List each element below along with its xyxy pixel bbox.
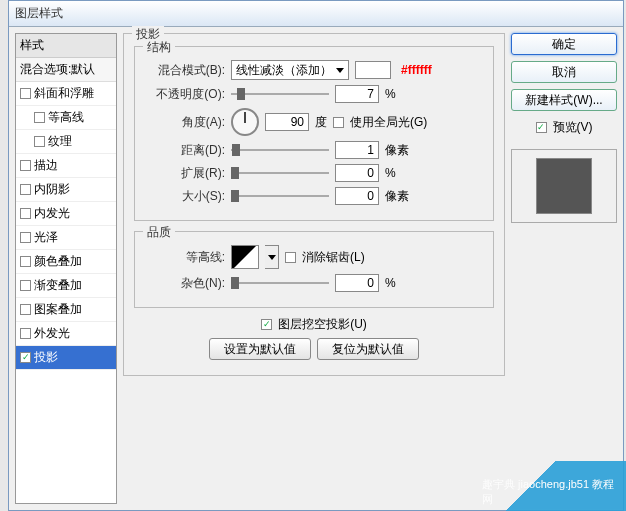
style-checkbox[interactable]	[20, 88, 31, 99]
sidebar-item-label: 颜色叠加	[34, 253, 82, 270]
spread-label: 扩展(R):	[145, 165, 225, 182]
titlebar[interactable]: 图层样式	[9, 1, 623, 27]
sidebar-item-label: 渐变叠加	[34, 277, 82, 294]
px-unit: 像素	[385, 142, 409, 159]
sidebar-item-label: 外发光	[34, 325, 70, 342]
structure-group: 结构 混合模式(B): 线性减淡（添加） #ffffff 不透明度(O):	[134, 46, 494, 221]
sidebar-item-label: 描边	[34, 157, 58, 174]
style-checkbox[interactable]	[20, 232, 31, 243]
angle-dial[interactable]	[231, 108, 259, 136]
make-default-button[interactable]: 设置为默认值	[209, 338, 311, 360]
size-input[interactable]: 0	[335, 187, 379, 205]
chevron-down-icon	[268, 255, 276, 260]
preview-swatch	[536, 158, 592, 214]
style-checkbox[interactable]	[20, 160, 31, 171]
opacity-label: 不透明度(O):	[145, 86, 225, 103]
drop-shadow-group: 投影 结构 混合模式(B): 线性减淡（添加） #ffffff 不透明度(O):	[123, 33, 505, 376]
blend-mode-label: 混合模式(B):	[145, 62, 225, 79]
style-checkbox[interactable]	[20, 304, 31, 315]
style-checkbox[interactable]	[20, 280, 31, 291]
distance-label: 距离(D):	[145, 142, 225, 159]
blend-mode-select[interactable]: 线性减淡（添加）	[231, 60, 349, 80]
style-list: 样式 混合选项:默认 斜面和浮雕等高线纹理描边内阴影内发光光泽颜色叠加渐变叠加图…	[15, 33, 117, 504]
sidebar-item-label: 等高线	[48, 109, 84, 126]
noise-slider[interactable]	[231, 276, 329, 290]
contour-label: 等高线:	[145, 249, 225, 266]
window-title: 图层样式	[15, 5, 63, 22]
angle-input[interactable]: 90	[265, 113, 309, 131]
sidebar-item-label: 斜面和浮雕	[34, 85, 94, 102]
sidebar-item-label: 投影	[34, 349, 58, 366]
cancel-button[interactable]: 取消	[511, 61, 617, 83]
watermark: 趣宇典 jiaocheng.jb51 教程 网	[476, 461, 626, 511]
blend-mode-value: 线性减淡（添加）	[236, 62, 332, 79]
ok-button[interactable]: 确定	[511, 33, 617, 55]
style-list-header: 样式	[16, 34, 116, 58]
preview-label: 预览(V)	[553, 119, 593, 136]
distance-input[interactable]: 1	[335, 141, 379, 159]
sidebar-item[interactable]: 外发光	[16, 322, 116, 346]
angle-label: 角度(A):	[145, 114, 225, 131]
px-unit: 像素	[385, 188, 409, 205]
opacity-input[interactable]: 7	[335, 85, 379, 103]
contour-dropdown[interactable]	[265, 245, 279, 269]
knockout-checkbox[interactable]	[261, 319, 272, 330]
dialog-window: 图层样式 样式 混合选项:默认 斜面和浮雕等高线纹理描边内阴影内发光光泽颜色叠加…	[8, 0, 624, 511]
style-checkbox[interactable]	[34, 136, 45, 147]
knockout-label: 图层挖空投影(U)	[278, 316, 367, 333]
sidebar-item[interactable]: 描边	[16, 154, 116, 178]
sidebar-item[interactable]: 纹理	[16, 130, 116, 154]
percent-unit: %	[385, 87, 396, 101]
style-checkbox[interactable]	[34, 112, 45, 123]
antialias-checkbox[interactable]	[285, 252, 296, 263]
structure-title: 结构	[143, 39, 175, 56]
quality-title: 品质	[143, 224, 175, 241]
spread-slider[interactable]	[231, 166, 329, 180]
antialias-label: 消除锯齿(L)	[302, 249, 365, 266]
sidebar-item[interactable]: 内阴影	[16, 178, 116, 202]
sidebar-item[interactable]: 图案叠加	[16, 298, 116, 322]
sidebar-item[interactable]: 渐变叠加	[16, 274, 116, 298]
global-light-label: 使用全局光(G)	[350, 114, 427, 131]
global-light-checkbox[interactable]	[333, 117, 344, 128]
noise-label: 杂色(N):	[145, 275, 225, 292]
percent-unit: %	[385, 276, 396, 290]
reset-default-button[interactable]: 复位为默认值	[317, 338, 419, 360]
sidebar-item-label: 内阴影	[34, 181, 70, 198]
sidebar-item-label: 纹理	[48, 133, 72, 150]
sidebar-item[interactable]: 斜面和浮雕	[16, 82, 116, 106]
style-checkbox[interactable]	[20, 256, 31, 267]
noise-input[interactable]: 0	[335, 274, 379, 292]
sidebar-item[interactable]: 光泽	[16, 226, 116, 250]
style-checkbox[interactable]	[20, 208, 31, 219]
style-checkbox[interactable]	[20, 328, 31, 339]
chevron-down-icon	[336, 68, 344, 73]
contour-picker[interactable]	[231, 245, 259, 269]
style-checkbox[interactable]	[20, 184, 31, 195]
new-style-button[interactable]: 新建样式(W)...	[511, 89, 617, 111]
sidebar-item-label: 图案叠加	[34, 301, 82, 318]
style-checkbox[interactable]	[20, 352, 31, 363]
angle-unit: 度	[315, 114, 327, 131]
shadow-color-hex: #ffffff	[401, 63, 432, 77]
preview-checkbox[interactable]	[536, 122, 547, 133]
opacity-slider[interactable]	[231, 87, 329, 101]
preview-panel	[511, 149, 617, 223]
sidebar-item-label: 光泽	[34, 229, 58, 246]
size-slider[interactable]	[231, 189, 329, 203]
shadow-color-swatch[interactable]	[355, 61, 391, 79]
spread-input[interactable]: 0	[335, 164, 379, 182]
blending-options-item[interactable]: 混合选项:默认	[16, 58, 116, 82]
size-label: 大小(S):	[145, 188, 225, 205]
sidebar-item[interactable]: 等高线	[16, 106, 116, 130]
percent-unit: %	[385, 166, 396, 180]
sidebar-item-label: 内发光	[34, 205, 70, 222]
sidebar-item[interactable]: 投影	[16, 346, 116, 370]
sidebar-item[interactable]: 内发光	[16, 202, 116, 226]
distance-slider[interactable]	[231, 143, 329, 157]
sidebar-item[interactable]: 颜色叠加	[16, 250, 116, 274]
quality-group: 品质 等高线: 消除锯齿(L) 杂色(N): 0 %	[134, 231, 494, 308]
